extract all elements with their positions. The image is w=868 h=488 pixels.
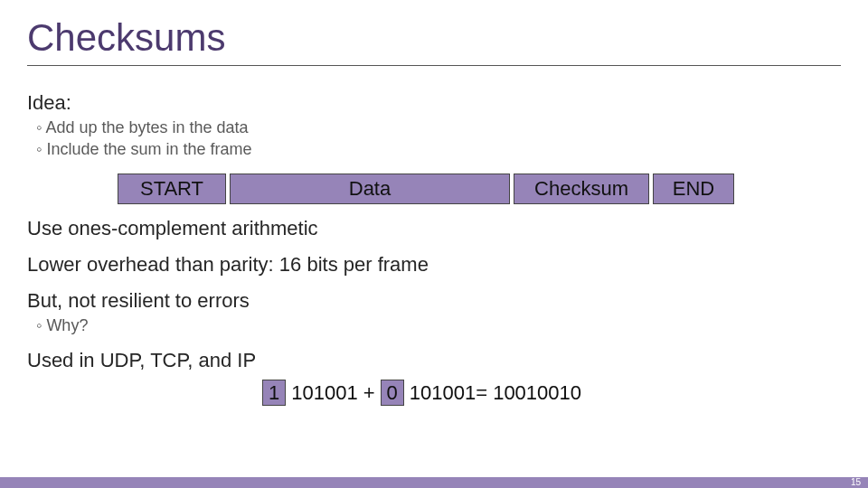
title-rule [27,65,841,66]
idea-point-1: ◦ Add up the bytes in the data [36,117,841,138]
math-bit-2: 0 [381,380,404,407]
body-line-4: Used in UDP, TCP, and IP [27,349,841,372]
idea-point-2: ◦ Include the sum in the frame [36,138,841,160]
body-line-2: Lower overhead than parity: 16 bits per … [27,253,841,277]
math-bit-1: 1 [262,380,286,407]
page-number: 15 [851,477,861,488]
frame-seg-checksum: Checksum [514,174,649,204]
body-line-1: Use ones-complement arithmetic [27,217,841,240]
frame-seg-data: Data [230,174,510,204]
math-num-1: 101001 [291,381,357,405]
footer-bar [0,477,868,488]
frame-seg-start: START [118,174,226,204]
frame-diagram: START Data Checksum END [118,174,787,204]
slide-title: Checksums [27,16,841,60]
math-plus: + [363,381,375,405]
idea-heading: Idea: [27,91,841,115]
body-why: ◦ Why? [36,314,841,336]
body-line-3: But, not resilient to errors [27,289,841,313]
slide: Checksums Idea: ◦ Add up the bytes in th… [0,0,868,406]
math-expression: 1 101001 + 0 101001= 10010010 [262,380,841,407]
frame-seg-end: END [653,174,734,204]
math-rest: 101001= 10010010 [410,381,581,405]
